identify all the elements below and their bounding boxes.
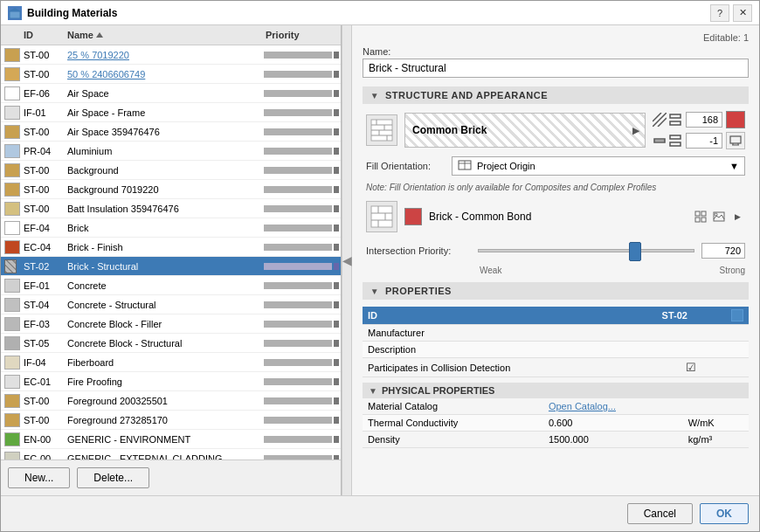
surface-number-input[interactable]: [686, 112, 722, 128]
item-name: Concrete Block - Structural: [64, 334, 262, 352]
physical-density-unit: kg/m³: [683, 432, 749, 448]
cancel-button[interactable]: Cancel: [627, 503, 693, 524]
surface-bottom-row: [653, 132, 745, 149]
item-id: ST-00: [20, 65, 64, 83]
list-item[interactable]: ST-00 Background 7019220: [1, 180, 341, 199]
list-item[interactable]: IF-04 Fiberboard: [1, 353, 341, 372]
physical-collapse-icon[interactable]: ▼: [368, 385, 378, 396]
surface-pattern-row: Common Brick ▶: [363, 111, 749, 149]
name-label: Name:: [363, 46, 749, 57]
collision-checkbox[interactable]: ☑: [662, 361, 721, 374]
svg-rect-35: [701, 218, 706, 222]
col-priority: Priority: [262, 27, 341, 43]
list-item[interactable]: EN-00 GENERIC - ENVIRONMENT: [1, 430, 341, 449]
structure-section-header: ▼ STRUCTURE AND APPEARANCE: [363, 86, 749, 104]
surface-number2-input[interactable]: [686, 133, 722, 149]
list-item[interactable]: PR-04 Aluminium: [1, 142, 341, 161]
fill-orientation-label: Fill Orientation:: [366, 161, 445, 171]
surface-pattern-icon: [366, 114, 397, 146]
material-list[interactable]: ST-00 25 % 7019220 ST-00 50 % 2406606749…: [1, 45, 341, 459]
svg-marker-1: [9, 8, 21, 11]
name-input[interactable]: [363, 59, 749, 78]
list-item[interactable]: IF-01 Air Space - Frame: [1, 103, 341, 122]
list-item[interactable]: EC-00 GENERIC - EXTERNAL CLADDING: [1, 449, 341, 459]
delete-button[interactable]: Delete...: [77, 467, 149, 488]
list-item[interactable]: EC-01 Fire Proofing: [1, 372, 341, 391]
list-item[interactable]: ST-05 Concrete Block - Structural: [1, 334, 341, 353]
item-id: EC-04: [20, 238, 64, 256]
surface-color-swatch[interactable]: [726, 111, 745, 128]
fill-orientation-dropdown[interactable]: Project Origin ▼: [452, 156, 745, 176]
list-item[interactable]: ST-00 50 % 2406606749: [1, 65, 341, 84]
list-item[interactable]: ST-00 Batt Insulation 359476476: [1, 199, 341, 218]
building-materials-dialog: Building Materials ? ✕ ID Name Priority: [0, 0, 760, 532]
cut-pattern-label: Brick - Common Bond: [429, 211, 531, 223]
physical-density-value: 1500.000: [543, 432, 683, 448]
intersection-label: Intersection Priority:: [366, 245, 471, 256]
list-item[interactable]: ST-00 25 % 7019220: [1, 45, 341, 65]
section-collapse-icon[interactable]: ▼: [370, 90, 380, 100]
structure-section-title: STRUCTURE AND APPEARANCE: [385, 90, 548, 100]
col-name[interactable]: Name: [64, 27, 262, 43]
properties-table: ID ST-02 Manufacturer Description: [363, 307, 749, 377]
help-button[interactable]: ?: [710, 4, 729, 22]
item-name: Brick - Finish: [64, 238, 262, 256]
col-id: ID: [20, 27, 64, 43]
item-id: PR-04: [20, 142, 64, 160]
props-description-label: Description: [363, 342, 657, 358]
item-name: Brick - Structural: [64, 257, 262, 275]
props-collision-row: Participates in Collision Detection ☑: [363, 358, 749, 377]
list-item[interactable]: ST-04 Concrete - Structural: [1, 295, 341, 314]
pen-icon: [653, 134, 667, 148]
surface-icons: [653, 113, 682, 127]
slider-thumb[interactable]: [629, 242, 641, 261]
list-item[interactable]: EF-03 Concrete Block - Filler: [1, 314, 341, 334]
close-button[interactable]: ✕: [733, 4, 752, 22]
item-id: EF-03: [20, 314, 64, 333]
surface-monitor-btn[interactable]: [726, 132, 745, 149]
item-id: EC-01: [20, 372, 64, 390]
item-name: Fiberboard: [64, 353, 262, 371]
item-id: ST-05: [20, 334, 64, 352]
list-item[interactable]: ST-00 Air Space 359476476: [1, 122, 341, 142]
expand-icon[interactable]: ▶: [729, 209, 745, 225]
new-button[interactable]: New...: [8, 467, 70, 488]
surface-pattern-selector[interactable]: Common Brick ▶: [404, 113, 646, 148]
props-description-value: [657, 342, 726, 358]
item-name: Air Space: [64, 84, 262, 102]
list-item-selected[interactable]: ST-02 Brick - Structural: [1, 257, 341, 276]
list-item[interactable]: EF-06 Air Space: [1, 84, 341, 103]
physical-catalog-value[interactable]: Open Catalog...: [543, 398, 683, 415]
list-item[interactable]: EC-04 Brick - Finish: [1, 238, 341, 257]
physical-thermal-label: Thermal Conductivity: [363, 415, 543, 432]
cut-pattern-color[interactable]: [404, 208, 422, 225]
ok-button[interactable]: OK: [700, 503, 749, 524]
list-item[interactable]: ST-00 Foreground 200325501: [1, 391, 341, 411]
list-item[interactable]: ST-00 Foreground 273285170: [1, 411, 341, 430]
intersection-slider[interactable]: [478, 249, 694, 252]
item-id: ST-04: [20, 295, 64, 314]
item-id: ST-00: [20, 411, 64, 429]
hatch-icon: [653, 113, 667, 127]
props-collapse-icon[interactable]: ▼: [370, 286, 380, 296]
list-item[interactable]: ST-00 Background: [1, 161, 341, 180]
grid-icon[interactable]: [693, 209, 708, 225]
intersection-value-input[interactable]: [701, 243, 745, 259]
col-swatch: [1, 27, 20, 43]
right-panel: Editable: 1 Name: ▼ STRUCTURE AND APPEAR…: [352, 25, 759, 495]
fill-orientation-icon: [458, 160, 472, 172]
item-id: EF-06: [20, 84, 64, 102]
physical-properties-table: Material Catalog Open Catalog... Thermal…: [363, 398, 749, 448]
svg-rect-19: [730, 136, 741, 143]
image-icon[interactable]: [711, 209, 727, 225]
item-id: IF-04: [20, 353, 64, 371]
fill-orientation-note: Note: Fill Orientation is only available…: [363, 181, 749, 194]
cut-pattern-name-area: Brick - Common Bond: [429, 209, 745, 225]
list-item[interactable]: EF-04 Brick: [1, 218, 341, 238]
physical-section-header: ▼ PHYSICAL PROPERTIES: [363, 383, 749, 398]
item-name: GENERIC - EXTERNAL CLADDING: [64, 449, 262, 459]
list-item[interactable]: EF-01 Concrete: [1, 276, 341, 295]
item-name: Aluminium: [64, 142, 262, 160]
panel-divider[interactable]: ◀: [342, 25, 352, 495]
sort-arrow-name: [96, 32, 103, 38]
